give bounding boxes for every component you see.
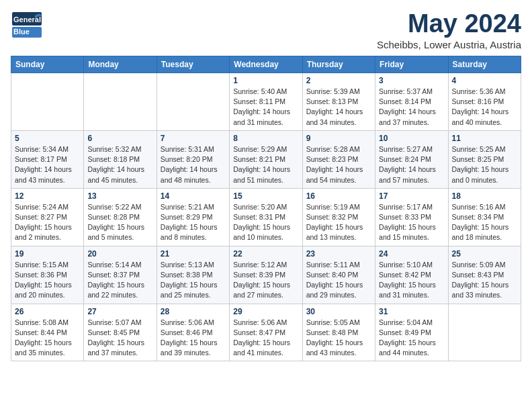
calendar-day-cell: 29Sunrise: 5:06 AM Sunset: 8:47 PM Dayli… (230, 304, 302, 361)
day-number: 10 (379, 134, 444, 143)
calendar-day-cell: 10Sunrise: 5:27 AM Sunset: 8:24 PM Dayli… (375, 130, 448, 188)
day-number: 21 (161, 249, 226, 259)
day-number: 28 (161, 307, 226, 316)
day-sun-info: Sunrise: 5:17 AM Sunset: 8:33 PM Dayligh… (379, 202, 444, 243)
calendar-day-cell: 12Sunrise: 5:24 AM Sunset: 8:27 PM Dayli… (11, 188, 84, 246)
calendar-day-cell: 9Sunrise: 5:28 AM Sunset: 8:23 PM Daylig… (302, 130, 375, 188)
day-sun-info: Sunrise: 5:22 AM Sunset: 8:28 PM Dayligh… (87, 202, 152, 243)
calendar-day-cell: 27Sunrise: 5:07 AM Sunset: 8:45 PM Dayli… (84, 304, 157, 361)
day-number: 20 (87, 249, 152, 259)
day-sun-info: Sunrise: 5:20 AM Sunset: 8:31 PM Dayligh… (233, 202, 298, 243)
day-sun-info: Sunrise: 5:15 AM Sunset: 8:36 PM Dayligh… (15, 260, 80, 301)
day-of-week-header: Saturday (448, 56, 521, 73)
calendar-day-cell: 2Sunrise: 5:39 AM Sunset: 8:13 PM Daylig… (302, 73, 375, 131)
logo-icon: General Blue (11, 11, 43, 39)
calendar-day-cell: 7Sunrise: 5:31 AM Sunset: 8:20 PM Daylig… (157, 130, 229, 188)
calendar-week-row: 12Sunrise: 5:24 AM Sunset: 8:27 PM Dayli… (11, 188, 521, 246)
day-sun-info: Sunrise: 5:16 AM Sunset: 8:34 PM Dayligh… (452, 202, 517, 243)
day-sun-info: Sunrise: 5:06 AM Sunset: 8:47 PM Dayligh… (233, 318, 298, 359)
day-number: 12 (15, 191, 80, 201)
day-number: 27 (87, 307, 152, 316)
calendar-day-cell: 3Sunrise: 5:37 AM Sunset: 8:14 PM Daylig… (375, 73, 448, 131)
calendar-day-cell: 22Sunrise: 5:12 AM Sunset: 8:39 PM Dayli… (230, 246, 302, 304)
day-number: 5 (15, 134, 80, 143)
day-number: 18 (452, 191, 517, 201)
day-sun-info: Sunrise: 5:13 AM Sunset: 8:38 PM Dayligh… (161, 260, 226, 301)
calendar-week-row: 26Sunrise: 5:08 AM Sunset: 8:44 PM Dayli… (11, 304, 521, 361)
calendar-day-cell: 4Sunrise: 5:36 AM Sunset: 8:16 PM Daylig… (448, 73, 521, 131)
calendar-day-cell: 30Sunrise: 5:05 AM Sunset: 8:48 PM Dayli… (302, 304, 375, 361)
day-number: 31 (379, 307, 444, 316)
day-of-week-header: Monday (84, 56, 157, 73)
day-of-week-header: Thursday (302, 56, 375, 73)
day-number: 29 (233, 307, 298, 316)
location: Scheibbs, Lower Austria, Austria (377, 39, 521, 50)
day-sun-info: Sunrise: 5:19 AM Sunset: 8:32 PM Dayligh… (306, 202, 371, 243)
calendar-day-cell: 31Sunrise: 5:04 AM Sunset: 8:49 PM Dayli… (375, 304, 448, 361)
day-sun-info: Sunrise: 5:34 AM Sunset: 8:17 PM Dayligh… (15, 144, 80, 185)
day-number: 7 (161, 134, 226, 143)
calendar-day-cell: 1Sunrise: 5:40 AM Sunset: 8:11 PM Daylig… (230, 73, 302, 131)
day-number: 19 (15, 249, 80, 259)
day-sun-info: Sunrise: 5:07 AM Sunset: 8:45 PM Dayligh… (87, 318, 152, 359)
day-sun-info: Sunrise: 5:25 AM Sunset: 8:25 PM Dayligh… (452, 144, 517, 185)
calendar-table: SundayMondayTuesdayWednesdayThursdayFrid… (11, 56, 521, 361)
day-sun-info: Sunrise: 5:24 AM Sunset: 8:27 PM Dayligh… (15, 202, 80, 243)
day-number: 26 (15, 307, 80, 316)
day-sun-info: Sunrise: 5:27 AM Sunset: 8:24 PM Dayligh… (379, 144, 444, 185)
calendar-day-cell: 13Sunrise: 5:22 AM Sunset: 8:28 PM Dayli… (84, 188, 157, 246)
calendar-day-cell: 14Sunrise: 5:21 AM Sunset: 8:29 PM Dayli… (157, 188, 229, 246)
day-sun-info: Sunrise: 5:10 AM Sunset: 8:42 PM Dayligh… (379, 260, 444, 301)
calendar-day-cell (11, 73, 84, 131)
calendar-day-cell: 11Sunrise: 5:25 AM Sunset: 8:25 PM Dayli… (448, 130, 521, 188)
day-number: 9 (306, 134, 371, 143)
day-number: 8 (233, 134, 298, 143)
title-area: May 2024 Scheibbs, Lower Austria, Austri… (377, 11, 521, 50)
calendar-day-cell: 19Sunrise: 5:15 AM Sunset: 8:36 PM Dayli… (11, 246, 84, 304)
page-header: General Blue May 2024 Scheibbs, Lower Au… (11, 11, 521, 50)
day-sun-info: Sunrise: 5:12 AM Sunset: 8:39 PM Dayligh… (233, 260, 298, 301)
day-of-week-header: Wednesday (230, 56, 302, 73)
day-sun-info: Sunrise: 5:36 AM Sunset: 8:16 PM Dayligh… (452, 87, 517, 128)
month-title: May 2024 (377, 11, 521, 36)
day-sun-info: Sunrise: 5:05 AM Sunset: 8:48 PM Dayligh… (306, 318, 371, 359)
calendar-day-cell: 28Sunrise: 5:06 AM Sunset: 8:46 PM Dayli… (157, 304, 229, 361)
day-sun-info: Sunrise: 5:29 AM Sunset: 8:21 PM Dayligh… (233, 144, 298, 185)
svg-text:General: General (13, 15, 41, 24)
calendar-day-cell: 15Sunrise: 5:20 AM Sunset: 8:31 PM Dayli… (230, 188, 302, 246)
day-sun-info: Sunrise: 5:32 AM Sunset: 8:18 PM Dayligh… (87, 144, 152, 185)
calendar-day-cell (448, 304, 521, 361)
day-sun-info: Sunrise: 5:28 AM Sunset: 8:23 PM Dayligh… (306, 144, 371, 185)
day-of-week-header: Tuesday (157, 56, 229, 73)
calendar-day-cell: 20Sunrise: 5:14 AM Sunset: 8:37 PM Dayli… (84, 246, 157, 304)
day-number: 17 (379, 191, 444, 201)
day-number: 22 (233, 249, 298, 259)
day-number: 23 (306, 249, 371, 259)
day-sun-info: Sunrise: 5:21 AM Sunset: 8:29 PM Dayligh… (161, 202, 226, 243)
calendar-header-row: SundayMondayTuesdayWednesdayThursdayFrid… (11, 56, 521, 73)
day-number: 30 (306, 307, 371, 316)
day-sun-info: Sunrise: 5:08 AM Sunset: 8:44 PM Dayligh… (15, 318, 80, 359)
calendar-week-row: 19Sunrise: 5:15 AM Sunset: 8:36 PM Dayli… (11, 246, 521, 304)
day-number: 3 (379, 76, 444, 85)
calendar-day-cell: 16Sunrise: 5:19 AM Sunset: 8:32 PM Dayli… (302, 188, 375, 246)
calendar-day-cell: 25Sunrise: 5:09 AM Sunset: 8:43 PM Dayli… (448, 246, 521, 304)
day-number: 2 (306, 76, 371, 85)
calendar-day-cell: 8Sunrise: 5:29 AM Sunset: 8:21 PM Daylig… (230, 130, 302, 188)
day-number: 6 (87, 134, 152, 143)
calendar-day-cell: 23Sunrise: 5:11 AM Sunset: 8:40 PM Dayli… (302, 246, 375, 304)
calendar-week-row: 1Sunrise: 5:40 AM Sunset: 8:11 PM Daylig… (11, 73, 521, 131)
day-sun-info: Sunrise: 5:06 AM Sunset: 8:46 PM Dayligh… (161, 318, 226, 359)
calendar-day-cell: 17Sunrise: 5:17 AM Sunset: 8:33 PM Dayli… (375, 188, 448, 246)
calendar-day-cell: 24Sunrise: 5:10 AM Sunset: 8:42 PM Dayli… (375, 246, 448, 304)
calendar-day-cell: 5Sunrise: 5:34 AM Sunset: 8:17 PM Daylig… (11, 130, 84, 188)
calendar-week-row: 5Sunrise: 5:34 AM Sunset: 8:17 PM Daylig… (11, 130, 521, 188)
logo: General Blue (11, 11, 43, 39)
day-sun-info: Sunrise: 5:11 AM Sunset: 8:40 PM Dayligh… (306, 260, 371, 301)
day-number: 13 (87, 191, 152, 201)
calendar-day-cell: 26Sunrise: 5:08 AM Sunset: 8:44 PM Dayli… (11, 304, 84, 361)
day-sun-info: Sunrise: 5:14 AM Sunset: 8:37 PM Dayligh… (87, 260, 152, 301)
calendar-day-cell: 21Sunrise: 5:13 AM Sunset: 8:38 PM Dayli… (157, 246, 229, 304)
calendar-day-cell: 6Sunrise: 5:32 AM Sunset: 8:18 PM Daylig… (84, 130, 157, 188)
day-sun-info: Sunrise: 5:37 AM Sunset: 8:14 PM Dayligh… (379, 87, 444, 128)
